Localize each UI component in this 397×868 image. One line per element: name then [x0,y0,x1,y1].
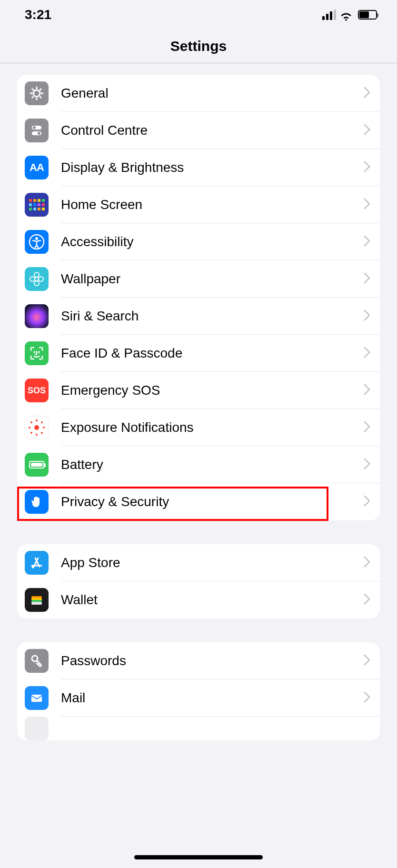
chevron-right-icon [364,235,370,249]
svg-point-0 [33,90,40,97]
row-label: Battery [61,457,364,472]
row-label: Face ID & Passcode [61,346,364,361]
row-display-brightness[interactable]: AA Display & Brightness [17,149,380,186]
text-size-icon: AA [25,156,49,180]
row-label: Accessibility [61,234,364,249]
svg-point-32 [34,658,36,659]
row-label: Wallpaper [61,271,364,287]
svg-point-17 [34,281,39,286]
chevron-right-icon [364,691,370,705]
svg-point-18 [30,277,35,281]
status-bar: 3:21 [0,0,397,30]
key-icon [25,649,49,673]
svg-line-7 [32,97,34,99]
chevron-right-icon [364,495,370,509]
row-label: Exposure Notifications [61,420,364,435]
chevron-right-icon [364,87,370,100]
row-battery[interactable]: Battery [17,446,380,483]
wallet-icon [25,588,49,612]
chevron-right-icon [364,198,370,211]
row-label: Privacy & Security [61,494,364,509]
settings-group-1: General Control Centre AA Display & Brig… [17,75,380,520]
home-indicator [134,855,263,859]
sos-icon: SOS [25,379,49,402]
row-face-id-passcode[interactable]: Face ID & Passcode [17,335,380,372]
envelope-icon [25,686,49,710]
settings-group-2: App Store Wallet [17,544,380,619]
chevron-right-icon [364,161,370,174]
accessibility-icon [25,230,49,254]
row-label: App Store [61,555,364,570]
svg-point-16 [34,272,39,277]
svg-rect-33 [31,695,42,702]
chevron-right-icon [364,421,370,434]
svg-point-15 [35,277,39,281]
face-id-icon [25,341,49,365]
toggles-icon [25,119,49,142]
battery-icon [25,453,49,477]
svg-point-19 [39,277,43,281]
row-control-centre[interactable]: Control Centre [17,112,380,149]
svg-point-10 [33,126,36,129]
chevron-right-icon [364,654,370,668]
row-label: Home Screen [61,197,364,212]
row-label: Wallet [61,592,364,608]
chevron-right-icon [364,272,370,286]
row-label: Emergency SOS [61,383,364,398]
app-grid-icon [25,193,49,217]
svg-point-12 [38,132,40,135]
app-store-icon [25,551,49,575]
row-partial[interactable] [17,717,380,740]
chevron-right-icon [364,384,370,397]
row-label: Display & Brightness [61,160,364,175]
siri-icon [25,304,49,328]
row-siri-search[interactable]: Siri & Search [17,298,380,335]
row-label: Control Centre [61,123,364,138]
settings-group-3: Passwords Mail [17,642,380,740]
chevron-right-icon [364,347,370,360]
row-label: Mail [61,690,364,706]
row-exposure-notifications[interactable]: Exposure Notifications [17,409,380,446]
wifi-icon [340,10,352,20]
row-passwords[interactable]: Passwords [17,642,380,679]
row-general[interactable]: General [17,75,380,112]
svg-rect-30 [31,602,42,605]
row-accessibility[interactable]: Accessibility [17,223,380,260]
page-title: Settings [170,38,227,54]
svg-line-5 [32,89,34,90]
chevron-right-icon [364,124,370,137]
chevron-right-icon [364,593,370,607]
nav-separator [0,63,397,63]
chevron-right-icon [364,556,370,569]
nav-bar: Settings [0,30,397,63]
chevron-right-icon [364,458,370,471]
exposure-icon [25,416,49,439]
battery-icon [358,10,377,20]
row-label: Siri & Search [61,309,364,324]
row-mail[interactable]: Mail [17,679,380,717]
row-wallpaper[interactable]: Wallpaper [17,260,380,298]
row-home-screen[interactable]: Home Screen [17,186,380,223]
svg-line-6 [40,97,42,99]
partial-icon [25,717,49,740]
status-time: 3:21 [25,7,51,22]
flower-icon [25,267,49,291]
cellular-icon [322,10,336,20]
svg-point-14 [35,237,38,240]
hand-icon [25,490,49,514]
chevron-right-icon [364,309,370,323]
row-label: Passwords [61,653,364,668]
row-privacy-security[interactable]: Privacy & Security [17,483,380,520]
svg-line-26 [32,566,33,568]
row-emergency-sos[interactable]: SOS Emergency SOS [17,372,380,409]
gear-icon [25,81,49,105]
row-label: General [61,86,364,101]
svg-line-8 [40,89,42,90]
status-right [322,10,377,20]
row-wallet[interactable]: Wallet [17,581,380,619]
row-app-store[interactable]: App Store [17,544,380,581]
